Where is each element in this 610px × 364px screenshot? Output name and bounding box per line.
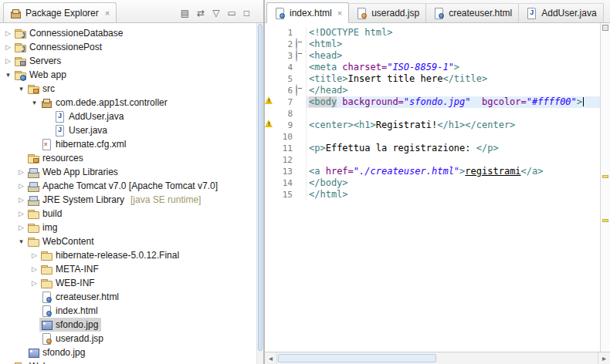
editor-tab-index.html[interactable]: index.html× [266,2,349,23]
code-line-text[interactable]: <center><h1>Registrati!</h1></center> [307,120,600,131]
tree-item-apache-tomcat-v7.0-apache-tomcat-v7.0-[interactable]: ▷Apache Tomcat v7.0 [Apache Tomcat v7.0] [0,179,263,193]
code-line-text[interactable]: </html> [307,189,600,201]
tree-collapsed-arrow-icon[interactable]: ▷ [29,276,39,290]
tree-item-meta-inf[interactable]: ▷META-INF [0,262,263,276]
tree-collapsed-arrow-icon[interactable]: ▷ [3,26,13,40]
fold-collapse-icon[interactable] [296,84,297,96]
overview-ruler-header-icon[interactable] [602,25,608,31]
tree-collapsed-arrow-icon[interactable]: ▷ [3,40,13,54]
tree-collapsed-arrow-icon[interactable]: ▷ [16,193,26,207]
tree-item-sfondo.jpg[interactable]: sfondo.jpg [0,318,263,332]
code-line[interactable]: 5<title>Insert title here</title> [265,73,600,85]
tree-collapsed-arrow-icon[interactable]: ▷ [16,207,26,221]
code-line-text[interactable] [307,131,600,143]
scroll-right-arrow-icon[interactable]: ▸ [598,352,610,364]
tree-item-user.java[interactable]: JUser.java [0,123,263,137]
code-line[interactable]: 13<a href="./createuser.html">registrami… [265,166,600,177]
code-line[interactable]: 8 [265,108,600,120]
tree-item-web[interactable]: ▷Web [0,359,263,364]
code-line[interactable]: 6</head> [265,85,600,96]
code-line-text[interactable]: </body> [307,177,600,189]
tree-item-adduser.java[interactable]: JAddUser.java [0,110,263,123]
code-line[interactable]: 7<body background="sfondo.jpg" bgcolor="… [265,96,600,108]
code-line-text[interactable]: <body background="sfondo.jpg" bgcolor="#… [307,96,600,108]
code-line[interactable]: 2<html> [265,39,600,50]
tree-item-servers[interactable]: ▷Servers [0,54,263,68]
tree-item-sfondo.jpg[interactable]: sfondo.jpg [0,345,263,359]
editor-tab-useradd.jsp[interactable]: useradd.jsp [349,3,426,22]
overview-warning-mark[interactable] [602,219,608,222]
tree-item-web-app[interactable]: ▾Web app [0,68,263,82]
tree-item-img[interactable]: ▷img [0,221,263,234]
minimize-view-icon[interactable]: ▭ [227,8,236,18]
tree-item-src[interactable]: ▾src [0,82,263,96]
code-line-text[interactable]: <!DOCTYPE html> [307,27,600,39]
view-menu-icon[interactable]: ▽ [212,8,219,18]
tree-item-index.html[interactable]: index.html [0,304,263,318]
tree-item-useradd.jsp[interactable]: useradd.jsp [0,332,263,345]
tree-item-connessionedatabase[interactable]: ▷JConnessioneDatabase [0,26,263,40]
code-line[interactable]: 14</body> [265,177,600,189]
warning-marker[interactable] [265,96,277,108]
code-line[interactable]: 9<center><h1>Registrati!</h1></center> [265,120,600,131]
code-line-text[interactable]: <a href="./createuser.html">registrami</… [307,166,600,177]
view-close-icon[interactable]: × [105,8,110,18]
fold-gutter[interactable] [296,50,307,62]
tree-item-web-inf[interactable]: ▷WEB-INF [0,276,263,290]
horizontal-scrollbar-thumb[interactable] [278,354,436,362]
tree-collapsed-arrow-icon[interactable]: ▷ [3,359,13,364]
code-line-text[interactable]: <head> [307,50,600,62]
tree-item-createuser.html[interactable]: createuser.html [0,290,263,304]
code-line[interactable]: 1<!DOCTYPE html> [265,27,600,39]
tree-item-hibernate-release-5.0.12.final[interactable]: ▷hibernate-release-5.0.12.Final [0,248,263,262]
collapse-all-icon[interactable]: ▤ [181,8,189,18]
editor-horizontal-scrollbar[interactable]: ◂ ▸ [265,352,610,364]
tree-expanded-arrow-icon[interactable]: ▾ [3,68,13,82]
explorer-vertical-scrollbar[interactable] [256,23,263,364]
editor-tab-createuser.html[interactable]: createuser.html [426,3,519,22]
code-line-text[interactable]: <html> [307,39,600,50]
code-line-text[interactable]: </head> [307,85,600,96]
tab-close-icon[interactable]: × [337,8,342,18]
code-line[interactable]: 11<p>Effettua la registrazione: </p> [265,143,600,154]
code-line-text[interactable] [307,108,600,120]
tree-expanded-arrow-icon[interactable]: ▾ [29,96,39,110]
warning-marker[interactable] [265,120,277,131]
code-line[interactable]: 10 [265,131,600,143]
overview-warning-mark[interactable] [602,175,608,178]
explorer-scrollbar-thumb[interactable] [258,24,263,351]
tree-item-webcontent[interactable]: ▾WebContent [0,234,263,248]
code-line-text[interactable] [307,154,600,166]
tree-item-com.dede.app1st.controller[interactable]: ▾com.dede.app1st.controller [0,96,263,110]
tree-item-build[interactable]: ▷build [0,207,263,221]
maximize-view-icon[interactable]: □ [244,8,249,18]
tree-item-jre-system-library[interactable]: ▷JRE System Library[java SE runtime] [0,193,263,207]
code-editor[interactable]: 1<!DOCTYPE html>2<html>3<head>4<meta cha… [265,23,600,352]
package-explorer-tab[interactable]: Package Explorer × [3,2,117,22]
tree-collapsed-arrow-icon[interactable]: ▷ [16,221,26,234]
code-line[interactable]: 15</html> [265,189,600,201]
tree-item-resources[interactable]: resources [0,151,263,165]
code-line-text[interactable]: <meta charset="ISO-8859-1"> [307,62,600,73]
code-line-text[interactable]: <title>Insert title here</title> [307,73,600,85]
tree-item-hibernate.cfg.xml[interactable]: xhibernate.cfg.xml [0,137,263,151]
tree-collapsed-arrow-icon[interactable]: ▷ [29,262,39,276]
fold-collapse-icon[interactable] [296,49,297,62]
tree-expanded-arrow-icon[interactable]: ▾ [16,234,26,248]
tree-collapsed-arrow-icon[interactable]: ▷ [29,248,39,262]
tree-collapsed-arrow-icon[interactable]: ▷ [16,165,26,179]
code-line[interactable]: 3<head> [265,50,600,62]
code-line[interactable]: 12 [265,154,600,166]
fold-collapse-icon[interactable] [296,38,297,50]
overview-ruler[interactable] [600,23,610,352]
tree-collapsed-arrow-icon[interactable]: ▷ [16,179,26,193]
editor-tab-adduser.java[interactable]: JAddUser.java [519,3,603,22]
tree-collapsed-arrow-icon[interactable]: ▷ [3,54,13,68]
fold-gutter[interactable] [296,39,307,50]
scroll-left-arrow-icon[interactable]: ◂ [265,352,277,364]
link-with-editor-icon[interactable]: ⇄ [197,8,205,18]
code-line[interactable]: 4<meta charset="ISO-8859-1"> [265,62,600,73]
fold-gutter[interactable] [296,85,307,96]
tree-expanded-arrow-icon[interactable]: ▾ [16,82,26,96]
tree-item-web-app-libraries[interactable]: ▷Web App Libraries [0,165,263,179]
